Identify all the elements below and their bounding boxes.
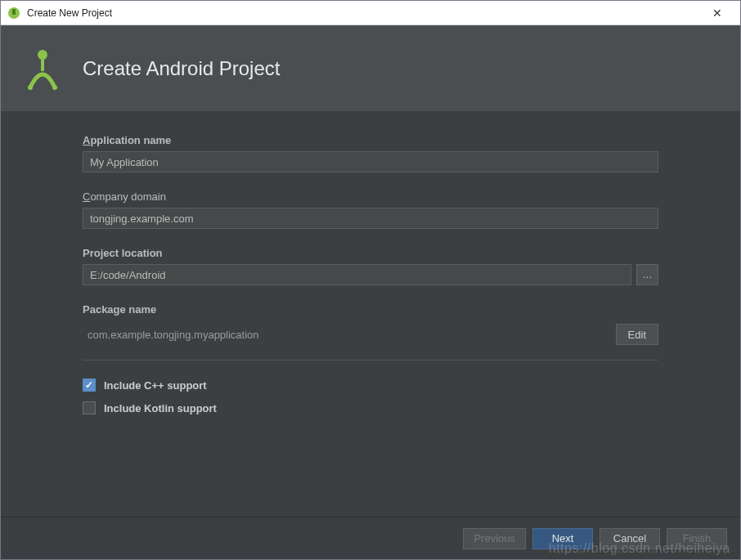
window-title: Create New Project — [27, 7, 701, 19]
wizard-footer: Previous Next Cancel Finish https://blog… — [1, 517, 740, 559]
edit-package-button[interactable]: Edit — [616, 324, 658, 345]
cancel-button[interactable]: Cancel — [600, 528, 660, 549]
input-project-location[interactable] — [83, 264, 631, 285]
svg-rect-1 — [12, 9, 16, 15]
checkbox-row-kotlin[interactable]: Include Kotlin support — [83, 401, 658, 414]
wizard-header: Create Android Project — [1, 25, 740, 111]
previous-button[interactable]: Previous — [463, 528, 526, 549]
label-project-location: Project location — [83, 247, 658, 259]
field-application-name: Application name — [83, 134, 658, 172]
android-studio-icon — [7, 7, 20, 20]
finish-button[interactable]: Finish — [667, 528, 727, 549]
checkbox-include-kotlin[interactable] — [83, 401, 96, 414]
checkbox-row-cpp[interactable]: Include C++ support — [83, 379, 658, 392]
close-icon[interactable]: ✕ — [701, 7, 734, 20]
value-package-name: com.example.tongjing.myapplication — [83, 329, 259, 341]
field-company-domain: Company domain — [83, 190, 658, 229]
input-application-name[interactable] — [83, 151, 658, 172]
label-include-kotlin: Include Kotlin support — [104, 402, 217, 414]
field-project-location: Project location … — [83, 247, 658, 285]
form-area: Application name Company domain Project … — [1, 111, 740, 517]
next-button[interactable]: Next — [532, 528, 593, 549]
wizard-title: Create Android Project — [83, 57, 280, 80]
android-studio-logo-icon — [20, 47, 65, 91]
divider — [83, 360, 658, 361]
input-company-domain[interactable] — [83, 208, 658, 229]
label-package-name: Package name — [83, 303, 658, 316]
label-include-cpp: Include C++ support — [104, 379, 207, 392]
svg-point-4 — [52, 85, 57, 90]
browse-button[interactable]: … — [636, 264, 658, 285]
svg-point-3 — [28, 85, 33, 90]
label-application-name: Application name — [83, 134, 658, 146]
checkbox-include-cpp[interactable] — [83, 379, 96, 392]
field-package-name: Package name com.example.tongjing.myappl… — [83, 303, 658, 361]
label-company-domain: Company domain — [83, 190, 658, 203]
window-titlebar: Create New Project ✕ — [1, 1, 740, 25]
